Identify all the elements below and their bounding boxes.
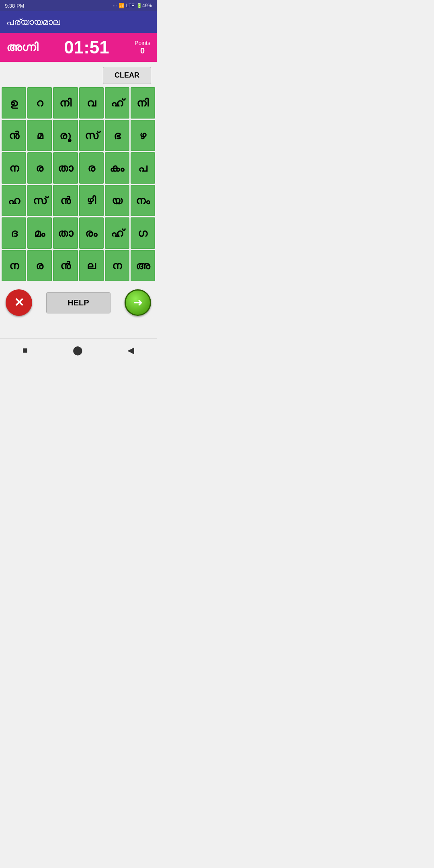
nav-bar: ■ ⬤ ◀ — [0, 338, 157, 360]
grid-cell-3-3[interactable]: ഴി — [79, 185, 104, 216]
game-header: അഗ്നി 01:51 Points 0 — [0, 33, 157, 62]
grid-cell-5-2[interactable]: ൻ — [53, 250, 78, 281]
back-icon: ◀ — [127, 345, 134, 355]
grid-cell-3-5[interactable]: നം — [131, 185, 155, 216]
nav-home-button[interactable]: ⬤ — [73, 345, 83, 356]
grid-cell-0-4[interactable]: ഹ് — [105, 87, 129, 119]
grid-cell-0-3[interactable]: വ — [79, 87, 104, 119]
cancel-x-icon: ✕ — [14, 297, 24, 309]
next-button[interactable]: ➜ — [122, 287, 154, 318]
current-word: അഗ്നി — [6, 41, 39, 54]
grid-cell-5-3[interactable]: ല — [79, 250, 104, 281]
nav-square-button[interactable]: ■ — [23, 345, 28, 356]
clear-area: CLEAR — [0, 62, 157, 87]
grid-cell-0-1[interactable]: റ — [27, 87, 52, 119]
grid-cell-0-2[interactable]: നി — [53, 87, 78, 119]
points-label: Points — [135, 40, 150, 46]
cancel-button[interactable]: ✕ — [3, 287, 35, 318]
help-button[interactable]: HELP — [46, 292, 110, 313]
status-icons: ··· 📶 LTE 🔋49% — [113, 3, 152, 8]
next-arrow-icon: ➜ — [133, 297, 143, 308]
grid-cell-2-3[interactable]: ര — [79, 152, 104, 184]
clear-button[interactable]: CLEAR — [103, 67, 151, 84]
app-title: പര്യായമാല — [6, 17, 60, 27]
grid-cell-1-1[interactable]: മ — [27, 120, 52, 151]
lte-icon: LTE — [126, 3, 135, 8]
app-header: പര്യായമാല — [0, 11, 157, 33]
grid-cell-4-5[interactable]: ഗ — [131, 217, 155, 249]
letter-grid-container: ഉറനിവഹ്നിൻമരൂസ്ഭഴനരതാരകംപഹസ്ൻഴിയനംദമംതാര… — [0, 87, 157, 283]
points-section: Points 0 — [135, 40, 150, 55]
grid-cell-4-1[interactable]: മം — [27, 217, 52, 249]
grid-cell-4-0[interactable]: ദ — [2, 217, 26, 249]
grid-cell-2-5[interactable]: പ — [131, 152, 155, 184]
grid-cell-5-1[interactable]: ര — [27, 250, 52, 281]
grid-cell-0-0[interactable]: ഉ — [2, 87, 26, 119]
grid-cell-3-0[interactable]: ഹ — [2, 185, 26, 216]
grid-cell-3-1[interactable]: സ് — [27, 185, 52, 216]
grid-cell-2-1[interactable]: ര — [27, 152, 52, 184]
status-bar: 9:38 PM ··· 📶 LTE 🔋49% — [0, 0, 157, 11]
status-time: 9:38 PM — [5, 3, 24, 9]
timer-display: 01:51 — [45, 37, 128, 57]
grid-cell-2-0[interactable]: ന — [2, 152, 26, 184]
grid-cell-5-5[interactable]: അ — [131, 250, 155, 281]
next-circle: ➜ — [125, 289, 151, 316]
grid-cell-5-4[interactable]: ന — [105, 250, 129, 281]
grid-cell-4-2[interactable]: താ — [53, 217, 78, 249]
network-icon: 📶 — [119, 3, 125, 8]
grid-cell-3-2[interactable]: ൻ — [53, 185, 78, 216]
nav-back-button[interactable]: ◀ — [127, 345, 134, 356]
grid-cell-1-4[interactable]: ഭ — [105, 120, 129, 151]
grid-cell-4-4[interactable]: ഹ് — [105, 217, 129, 249]
bottom-buttons: ✕ HELP ➜ — [0, 283, 157, 322]
points-value: 0 — [140, 46, 145, 55]
grid-cell-5-0[interactable]: ന — [2, 250, 26, 281]
circle-icon: ⬤ — [73, 345, 83, 355]
grid-cell-1-0[interactable]: ൻ — [2, 120, 26, 151]
letter-grid: ഉറനിവഹ്നിൻമരൂസ്ഭഴനരതാരകംപഹസ്ൻഴിയനംദമംതാര… — [2, 87, 155, 281]
grid-cell-3-4[interactable]: യ — [105, 185, 129, 216]
grid-cell-0-5[interactable]: നി — [131, 87, 155, 119]
grid-cell-1-5[interactable]: ഴ — [131, 120, 155, 151]
grid-cell-4-3[interactable]: രം — [79, 217, 104, 249]
battery-icon: 🔋49% — [136, 3, 152, 8]
grid-cell-1-3[interactable]: സ് — [79, 120, 104, 151]
square-icon: ■ — [23, 345, 28, 355]
signal-icon: ··· — [113, 3, 117, 8]
grid-cell-1-2[interactable]: രൂ — [53, 120, 78, 151]
grid-cell-2-4[interactable]: കം — [105, 152, 129, 184]
cancel-circle: ✕ — [6, 289, 32, 316]
grid-cell-2-2[interactable]: താ — [53, 152, 78, 184]
